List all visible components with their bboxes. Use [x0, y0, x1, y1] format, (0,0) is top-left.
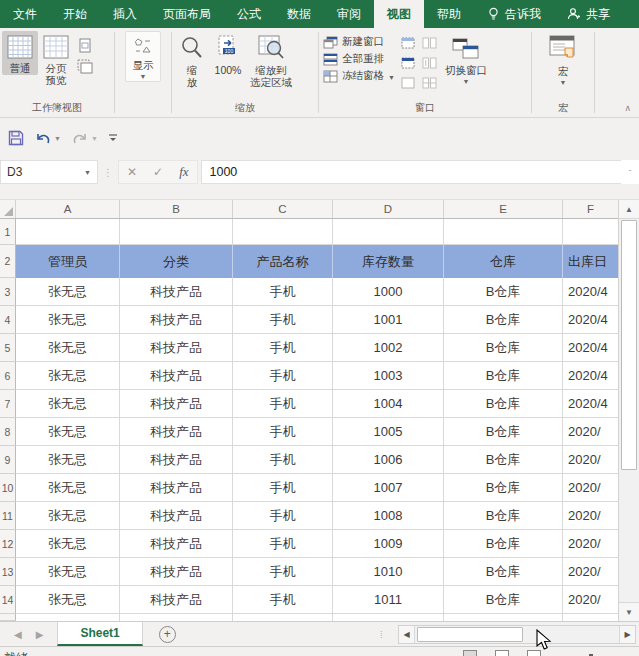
collapse-ribbon-chevron[interactable]: ∧ — [624, 103, 631, 113]
cell-prod[interactable]: 手机 — [233, 502, 333, 530]
cell-admin[interactable]: 张无忌 — [16, 446, 120, 474]
cell-qty[interactable]: 1007 — [333, 474, 444, 502]
save-button[interactable] — [8, 130, 24, 146]
cell-cat[interactable]: 科技产品 — [120, 362, 233, 390]
cell-cat[interactable]: 科技产品 — [120, 278, 233, 306]
cell-date[interactable]: 2020/4 — [563, 362, 618, 390]
cell-cat[interactable]: 科技产品 — [120, 390, 233, 418]
row-number[interactable]: 10 — [0, 474, 16, 502]
cell-prod[interactable]: 手机 — [233, 278, 333, 306]
redo-dropdown-arrow[interactable]: ▼ — [91, 135, 98, 142]
row-number[interactable]: 2 — [0, 245, 16, 278]
cell-admin[interactable]: 张无忌 — [16, 278, 120, 306]
cell-cat[interactable]: 科技产品 — [120, 334, 233, 362]
tab-home[interactable]: 开始 — [50, 0, 100, 28]
tab-view[interactable]: 视图 — [374, 0, 424, 28]
formula-input[interactable]: 1000 — [201, 160, 621, 184]
cell-wh[interactable]: B仓库 — [444, 474, 563, 502]
cell-cat[interactable]: 科技产品 — [120, 502, 233, 530]
header-cell-admin[interactable]: 管理员 — [16, 245, 120, 278]
split-button[interactable] — [399, 35, 417, 51]
column-header-d[interactable]: D — [333, 200, 444, 218]
row-number[interactable] — [0, 614, 16, 621]
horizontal-scrollbar[interactable]: ◀ ▶ — [398, 625, 636, 644]
cell[interactable] — [120, 614, 233, 621]
cell-cat[interactable]: 科技产品 — [120, 418, 233, 446]
cell-date[interactable]: 2020/ — [563, 586, 618, 614]
customize-qat-button[interactable] — [108, 133, 118, 143]
unhide-window-button[interactable] — [399, 75, 417, 91]
cell-qty[interactable]: 1001 — [333, 306, 444, 334]
formula-bar-grip[interactable]: ⋮ — [98, 160, 118, 184]
header-cell-category[interactable]: 分类 — [120, 245, 233, 278]
header-cell-warehouse[interactable]: 仓库 — [444, 245, 563, 278]
row-number[interactable]: 14 — [0, 586, 16, 614]
row-number[interactable]: 12 — [0, 530, 16, 558]
reset-window-position-button[interactable] — [421, 75, 439, 91]
cell-qty[interactable]: 1006 — [333, 446, 444, 474]
cell-date[interactable]: 2020/4 — [563, 334, 618, 362]
cell-qty[interactable]: 1004 — [333, 390, 444, 418]
page-layout-view-toggle[interactable] — [495, 650, 509, 656]
scroll-up-button[interactable]: ▲ — [619, 200, 639, 219]
arrange-all-button[interactable]: 全部重排 — [323, 52, 395, 66]
cell-cat[interactable]: 科技产品 — [120, 558, 233, 586]
header-cell-outbound-date[interactable]: 出库日 — [563, 245, 618, 278]
column-header-c[interactable]: C — [233, 200, 333, 218]
vertical-scrollbar[interactable]: ▲ ▼ — [618, 200, 639, 621]
tab-review[interactable]: 审阅 — [324, 0, 374, 28]
column-header-b[interactable]: B — [120, 200, 233, 218]
cell-admin[interactable]: 张无忌 — [16, 418, 120, 446]
cell[interactable] — [16, 219, 120, 245]
redo-button[interactable]: ▼ — [71, 131, 98, 146]
cell-qty[interactable]: 1002 — [333, 334, 444, 362]
expand-formula-bar-button[interactable]: ˇ — [621, 160, 639, 184]
row-number[interactable]: 3 — [0, 278, 16, 306]
column-header-a[interactable]: A — [16, 200, 120, 218]
cell[interactable] — [444, 614, 563, 621]
tab-insert[interactable]: 插入 — [100, 0, 150, 28]
cell-prod[interactable]: 手机 — [233, 362, 333, 390]
cell-wh[interactable]: B仓库 — [444, 306, 563, 334]
cell-cat[interactable]: 科技产品 — [120, 446, 233, 474]
cell-date[interactable]: 2020/ — [563, 558, 618, 586]
sheet-tab-sheet1[interactable]: Sheet1 — [57, 622, 142, 646]
cell-admin[interactable]: 张无忌 — [16, 390, 120, 418]
header-cell-product[interactable]: 产品名称 — [233, 245, 333, 278]
confirm-entry-button[interactable]: ✓ — [153, 165, 163, 179]
horizontal-scrollbar-thumb[interactable] — [417, 627, 523, 642]
tabbar-splitter[interactable]: ⁞ — [380, 622, 383, 647]
cell-admin[interactable]: 张无忌 — [16, 334, 120, 362]
cell-qty[interactable]: 1011 — [333, 586, 444, 614]
cell-wh[interactable]: B仓库 — [444, 446, 563, 474]
cell-qty[interactable]: 1005 — [333, 418, 444, 446]
cell-admin[interactable]: 张无忌 — [16, 586, 120, 614]
cell-wh[interactable]: B仓库 — [444, 390, 563, 418]
column-header-e[interactable]: E — [444, 200, 563, 218]
cell[interactable] — [333, 219, 444, 245]
vertical-scrollbar-thumb[interactable] — [621, 220, 637, 470]
cell-wh[interactable]: B仓库 — [444, 530, 563, 558]
row-number[interactable]: 13 — [0, 558, 16, 586]
undo-button[interactable]: ▼ — [34, 131, 61, 146]
cell-qty[interactable]: 1010 — [333, 558, 444, 586]
cell[interactable] — [333, 614, 444, 621]
page-layout-view-button[interactable] — [76, 37, 94, 53]
zoom-to-selection-button[interactable]: 缩放到 选定区域 — [246, 31, 296, 89]
new-window-button[interactable]: 新建窗口 — [323, 35, 395, 49]
macros-button[interactable]: 宏 ▼ — [544, 31, 582, 87]
cell-date[interactable]: 2020/4 — [563, 390, 618, 418]
tab-share[interactable]: 共享 — [554, 0, 623, 28]
zoom-button[interactable]: 缩 放 — [174, 31, 210, 89]
row-number[interactable]: 4 — [0, 306, 16, 334]
cell-prod[interactable]: 手机 — [233, 334, 333, 362]
insert-function-button[interactable]: fx — [179, 164, 188, 180]
cell-wh[interactable]: B仓库 — [444, 418, 563, 446]
normal-view-toggle[interactable] — [463, 650, 477, 656]
cell-date[interactable]: 2020/ — [563, 530, 618, 558]
header-cell-quantity[interactable]: 库存数量 — [333, 245, 444, 278]
cell[interactable] — [233, 614, 333, 621]
synchronous-scrolling-button[interactable] — [421, 55, 439, 71]
cell-prod[interactable]: 手机 — [233, 390, 333, 418]
tab-page-layout[interactable]: 页面布局 — [150, 0, 224, 28]
